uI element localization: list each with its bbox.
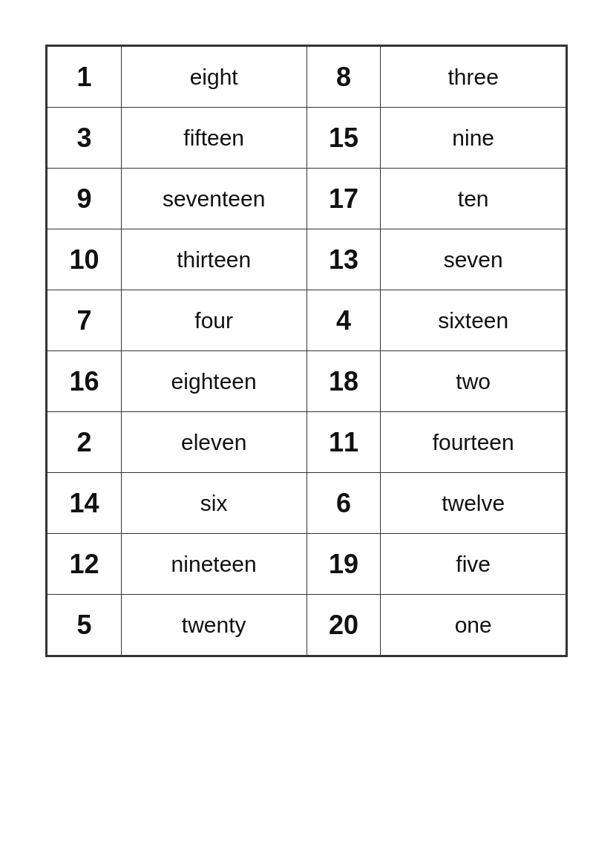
word-cell-right: two	[381, 351, 566, 412]
table-row: 3fifteen15nine	[47, 108, 566, 169]
number-cell-left: 2	[47, 412, 122, 473]
table-row: 10thirteen13seven	[47, 229, 566, 290]
number-cell-right: 18	[306, 351, 381, 412]
word-cell-right: one	[381, 595, 566, 656]
word-cell-left: eighteen	[121, 351, 306, 412]
number-cell-left: 7	[47, 290, 122, 351]
number-cell-right: 8	[306, 47, 381, 108]
number-cell-left: 3	[47, 108, 122, 169]
numbers-table: 1eight8three3fifteen15nine9seventeen17te…	[45, 45, 568, 657]
number-cell-left: 14	[47, 473, 122, 534]
number-cell-right: 13	[306, 229, 381, 290]
table-row: 2eleven11fourteen	[47, 412, 566, 473]
word-cell-left: nineteen	[121, 534, 306, 595]
number-cell-left: 1	[47, 47, 122, 108]
number-cell-left: 12	[47, 534, 122, 595]
table-row: 16eighteen18two	[47, 351, 566, 412]
number-cell-right: 11	[306, 412, 381, 473]
word-cell-right: twelve	[381, 473, 566, 534]
number-cell-right: 15	[306, 108, 381, 169]
table-row: 5twenty20one	[47, 595, 566, 656]
number-cell-left: 16	[47, 351, 122, 412]
word-cell-left: eight	[121, 47, 306, 108]
word-cell-right: fourteen	[381, 412, 566, 473]
word-cell-left: thirteen	[121, 229, 306, 290]
number-cell-right: 4	[306, 290, 381, 351]
number-cell-right: 6	[306, 473, 381, 534]
word-cell-right: nine	[381, 108, 566, 169]
word-cell-right: seven	[381, 229, 566, 290]
number-cell-right: 19	[306, 534, 381, 595]
number-cell-right: 17	[306, 169, 381, 229]
table-row: 14six6twelve	[47, 473, 566, 534]
number-cell-left: 10	[47, 229, 122, 290]
table-row: 7four4sixteen	[47, 290, 566, 351]
word-cell-left: six	[121, 473, 306, 534]
table-row: 1eight8three	[47, 47, 566, 108]
number-cell-right: 20	[306, 595, 381, 656]
number-cell-left: 9	[47, 169, 122, 229]
number-cell-left: 5	[47, 595, 122, 656]
word-cell-left: four	[121, 290, 306, 351]
word-cell-right: ten	[381, 169, 566, 229]
table-row: 12nineteen19five	[47, 534, 566, 595]
word-cell-right: three	[381, 47, 566, 108]
word-cell-right: sixteen	[381, 290, 566, 351]
word-cell-left: eleven	[121, 412, 306, 473]
word-cell-left: fifteen	[121, 108, 306, 169]
table-row: 9seventeen17ten	[47, 169, 566, 229]
word-cell-right: five	[381, 534, 566, 595]
word-cell-left: twenty	[121, 595, 306, 656]
word-cell-left: seventeen	[121, 169, 306, 229]
